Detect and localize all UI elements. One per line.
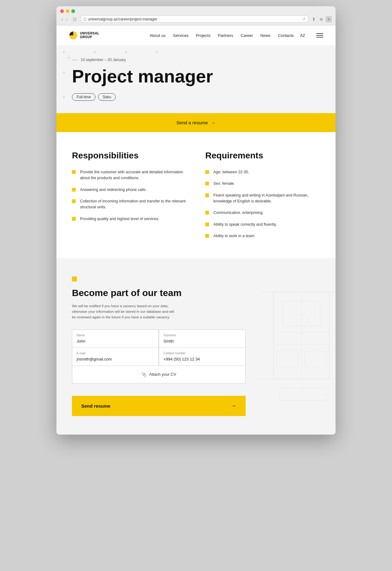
blueprint-decoration [249, 277, 336, 433]
bookmark-button[interactable]: ⊕ [318, 16, 324, 22]
navbar: UNIVERSAL GROUP About us Services Projec… [56, 25, 336, 45]
send-resume-button[interactable]: Send resume → [72, 396, 246, 416]
nav-buttons: ‹ › [60, 16, 69, 22]
email-field-box: E-mail [72, 348, 159, 365]
nav-about[interactable]: About us [150, 33, 166, 38]
list-item: Collection of incoming information and t… [72, 198, 187, 210]
attach-cv-button[interactable]: 📎 Attach your CV [72, 366, 246, 383]
logo-text: UNIVERSAL GROUP [80, 32, 99, 39]
form-row-email-contact: E-mail Contact-number [72, 348, 245, 365]
list-item: Answering and redirecting phone calls. [72, 187, 187, 193]
list-item: Provide the customer with accurate and d… [72, 169, 187, 181]
browser-action-buttons: ⬆ ⊕ + [311, 16, 332, 22]
send-resume-label: Send resume [81, 403, 110, 409]
view-toggle-button[interactable]: ⊡ [71, 16, 78, 22]
minimize-button[interactable] [66, 9, 69, 13]
lock-icon [84, 18, 86, 21]
requirement-text: Fluent speaking and writing in Azerbaija… [213, 193, 320, 205]
bullet-icon [72, 199, 76, 203]
svg-rect-1 [274, 292, 329, 379]
nav-partners[interactable]: Partners [218, 33, 233, 38]
nav-career[interactable]: Career [241, 33, 253, 38]
send-resume-link[interactable]: Send a resume → [176, 120, 216, 125]
browser-traffic-lights [60, 9, 332, 13]
requirement-text: Communicative, enterprising. [213, 210, 264, 216]
email-input[interactable] [77, 357, 154, 361]
svg-rect-16 [280, 388, 326, 401]
requirement-text: Ability to speak correctly and fluently. [213, 222, 277, 228]
contact-input[interactable] [163, 357, 241, 361]
responsibilities-title: Responsibilities [72, 151, 187, 161]
hamburger-line-3 [316, 37, 323, 38]
nav-projects[interactable]: Projects [196, 33, 211, 38]
svg-rect-2 [283, 301, 320, 326]
nav-contacts[interactable]: Contacts [278, 33, 294, 38]
team-section-title: Become part of our team [72, 288, 320, 298]
new-tab-button[interactable]: + [326, 16, 332, 22]
name-input[interactable] [77, 339, 154, 343]
content-section: Responsibilities Provide the customer wi… [56, 132, 336, 258]
cross-icon: + [125, 50, 127, 54]
responsibility-text: Collection of incoming information and t… [80, 198, 187, 210]
requirements-title: Requirements [205, 151, 320, 161]
nav-services[interactable]: Services [173, 33, 189, 38]
two-column-layout: Responsibilities Provide the customer wi… [72, 151, 320, 239]
bullet-icon [205, 223, 209, 226]
bullet-icon [205, 211, 209, 215]
address-bar[interactable]: universalgroup.az/career/project-manager… [81, 15, 308, 23]
requirement-text: Ability to work in a team. [213, 233, 255, 239]
deco-line [66, 58, 71, 58]
nav-news[interactable]: News [261, 33, 271, 38]
logo-icon [69, 31, 78, 40]
surname-field-box: Surname [159, 330, 245, 348]
bullet-icon [205, 170, 209, 174]
close-button[interactable] [60, 9, 64, 13]
bullet-icon [205, 234, 209, 238]
logo[interactable]: UNIVERSAL GROUP [69, 31, 99, 40]
email-label: E-mail [77, 352, 154, 355]
bullet-icon [72, 188, 76, 192]
cross-icon: + [63, 50, 65, 54]
surname-input[interactable] [163, 339, 241, 343]
language-selector[interactable]: AZ [300, 33, 305, 38]
send-resume-text: Send a resume [176, 120, 208, 125]
svg-rect-7 [305, 351, 326, 366]
date-line-decoration [72, 60, 78, 60]
yellow-banner[interactable]: Send a resume → [56, 113, 336, 132]
application-form: Name Surname E-mail Contact-number [72, 330, 246, 366]
page-content: UNIVERSAL GROUP About us Services Projec… [56, 25, 336, 435]
share-button[interactable]: ⬆ [311, 16, 317, 22]
name-label: Name [77, 334, 154, 337]
date-range: 10 september – 20 January [72, 58, 320, 62]
send-arrow-icon: → [231, 403, 236, 409]
forward-button[interactable]: › [65, 16, 69, 22]
deco-line [69, 55, 69, 60]
hamburger-line-2 [316, 35, 323, 36]
responsibilities-column: Responsibilities Provide the customer wi… [72, 151, 187, 239]
maximize-button[interactable] [71, 9, 75, 13]
responsibility-text: Answering and redirecting phone calls. [80, 187, 147, 193]
browser-chrome: ‹ › ⊡ universalgroup.az/career/project-m… [56, 6, 336, 25]
cross-icon: + [156, 50, 158, 54]
requirement-text: Sex: female. [213, 181, 235, 187]
cross-icon: + [63, 70, 65, 74]
responsibility-text: Provide the customer with accurate and d… [80, 169, 187, 181]
bullet-icon [72, 217, 76, 221]
hamburger-menu[interactable] [316, 33, 323, 38]
refresh-icon[interactable]: ↺ [302, 17, 305, 21]
back-button[interactable]: ‹ [60, 16, 64, 22]
form-row-name-surname: Name Surname [72, 330, 245, 348]
requirements-list: Age: between 22-35. Sex: female. Fluent … [205, 169, 320, 239]
hero-section: + + + + + + + + 10 september – 20 Januar… [56, 45, 336, 113]
attach-cv-text: Attach your CV [149, 372, 176, 377]
contact-label: Contact-number [163, 352, 241, 355]
section-accent [72, 277, 77, 281]
tag-location: Baku [98, 93, 116, 101]
url-text: universalgroup.az/career/project-manager [88, 17, 300, 21]
job-tags: Full-time Baku [72, 93, 320, 101]
list-item: Ability to speak correctly and fluently. [205, 222, 320, 228]
contact-field-box: Contact-number [159, 348, 245, 365]
bullet-icon [205, 193, 209, 197]
cross-icon: + [63, 95, 65, 99]
cross-icon: + [94, 50, 96, 54]
